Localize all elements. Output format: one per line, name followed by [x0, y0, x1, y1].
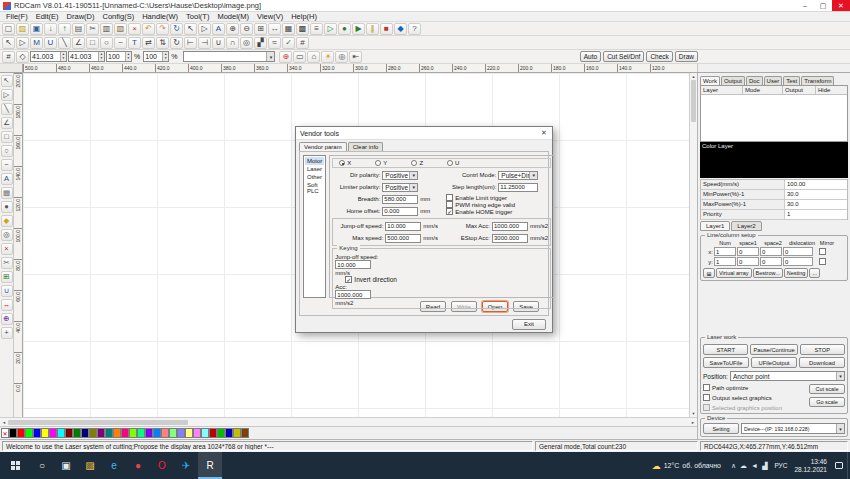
undo-icon[interactable]: ↶	[142, 23, 155, 35]
align-right-icon[interactable]: ⊣	[198, 37, 211, 49]
select-icon[interactable]: ↖	[184, 23, 197, 35]
curve-smooth-icon[interactable]: ≈	[268, 37, 281, 49]
line-tool-icon[interactable]: ╲	[1, 103, 13, 115]
array-button[interactable]: Nesting	[784, 268, 809, 278]
scale-button[interactable]: Go scale	[809, 397, 845, 407]
height-scale-field[interactable]: 100	[143, 51, 169, 62]
weld-icon[interactable]: ∪	[212, 37, 225, 49]
group-icon[interactable]: ▦	[282, 23, 295, 35]
search-icon[interactable]: ○	[30, 452, 54, 479]
polyline2-icon[interactable]: ∠	[72, 37, 85, 49]
weld-tool-icon[interactable]: ∪	[1, 285, 13, 297]
palette-swatch[interactable]	[201, 428, 209, 438]
minimize-button[interactable]: –	[796, 0, 814, 11]
mirror-h-icon[interactable]: ⇄	[142, 37, 155, 49]
notification-center-button[interactable]	[831, 452, 847, 479]
process-button[interactable]: Check	[646, 51, 672, 62]
step-length-field[interactable]: 11.25000	[498, 183, 538, 192]
limiter-polarity-select[interactable]: Positive	[382, 183, 418, 192]
axis-radio[interactable]: Y	[375, 160, 387, 166]
process-button[interactable]: Auto	[580, 51, 601, 62]
telegram-icon[interactable]: ✈	[174, 452, 198, 479]
dialog-close-button[interactable]: ✕	[536, 127, 552, 139]
menu-item[interactable]: Config(S)	[99, 12, 139, 21]
palette-swatch[interactable]	[97, 428, 105, 438]
option-checkbox[interactable]	[446, 194, 453, 201]
preview-icon[interactable]: ●	[338, 23, 351, 35]
palette-swatch[interactable]	[217, 428, 225, 438]
pan-icon[interactable]: ↔	[268, 23, 281, 35]
space1-field[interactable]: 0	[737, 257, 759, 266]
palette-swatch[interactable]	[17, 428, 25, 438]
scale-button[interactable]: Cut scale	[809, 384, 845, 394]
palette-swatch[interactable]	[129, 428, 137, 438]
palette-swatch[interactable]	[65, 428, 73, 438]
palette-swatch[interactable]	[241, 428, 249, 438]
image-tool-icon[interactable]: ▦	[1, 187, 13, 199]
ungroup-icon[interactable]: ▩	[296, 23, 309, 35]
spinner-icon[interactable]	[125, 52, 131, 61]
position-select[interactable]: Anchor point	[730, 371, 845, 381]
light-icon[interactable]: ☀	[321, 51, 334, 63]
clock[interactable]: 13:46 28.12.2021	[790, 458, 831, 474]
start-button[interactable]	[0, 452, 30, 479]
file-explorer-icon[interactable]: ▨	[78, 452, 102, 479]
palette-swatch[interactable]	[209, 428, 217, 438]
rect2-icon[interactable]: □	[86, 37, 99, 49]
breadth-field[interactable]: 580.000	[382, 195, 418, 204]
laser-button[interactable]: STOP	[800, 344, 845, 355]
dislocation-field[interactable]: 0	[783, 257, 813, 266]
weather-widget[interactable]: ☁ 12°C об. облачно	[646, 461, 727, 471]
line2-icon[interactable]: ╲	[58, 37, 71, 49]
num-field[interactable]: 1	[714, 257, 736, 266]
m-tool-icon[interactable]: M	[30, 37, 43, 49]
laser-button[interactable]: Download	[799, 357, 845, 368]
mirror-checkbox[interactable]	[819, 258, 826, 265]
view-grid-icon[interactable]: #	[296, 37, 309, 49]
offset-icon[interactable]: ◎	[240, 37, 253, 49]
refresh-icon[interactable]: ↻	[170, 23, 183, 35]
array-tool-icon[interactable]: ⊞	[1, 271, 13, 283]
rotate-icon[interactable]: ↻	[170, 37, 183, 49]
spinner-icon[interactable]	[60, 52, 66, 61]
palette-swatch[interactable]	[161, 428, 169, 438]
zoom-tool-icon[interactable]: ⊕	[1, 313, 13, 325]
check-closure-icon[interactable]: ✓	[282, 37, 295, 49]
device-setting-button[interactable]: Setting	[703, 423, 739, 434]
zoom-in-icon[interactable]: ⊕	[226, 23, 239, 35]
bezier-tool-icon[interactable]: ~	[1, 159, 13, 171]
node-edit-tool-icon[interactable]: ▷	[1, 89, 13, 101]
category-item[interactable]: Soft PLC	[305, 181, 324, 195]
layer-list[interactable]	[701, 95, 847, 141]
intersect-icon[interactable]: ∩	[226, 37, 239, 49]
rectangle-tool-icon[interactable]: □	[1, 131, 13, 143]
anchor-selector-icon[interactable]: #	[2, 51, 15, 63]
palette-swatch[interactable]	[153, 428, 161, 438]
panel-tab[interactable]: User	[764, 76, 783, 85]
dialog-tab[interactable]: Clear info	[348, 142, 384, 151]
palette-swatch[interactable]	[145, 428, 153, 438]
palette-swatch[interactable]	[89, 428, 97, 438]
process-button[interactable]: Cut Sel/Dnf	[603, 51, 644, 62]
hidden-icons-icon[interactable]: ∧	[731, 462, 736, 470]
device-port-icon[interactable]: ◆	[394, 23, 407, 35]
panel-tab[interactable]: Work	[700, 76, 720, 85]
align-icon[interactable]: ≡	[310, 23, 323, 35]
palette-swatch[interactable]	[177, 428, 185, 438]
spinner-icon[interactable]	[98, 52, 104, 61]
param-value[interactable]: 30.0	[785, 190, 847, 200]
edit-node2-icon[interactable]: ▷	[16, 37, 29, 49]
select-tool-icon[interactable]: ↖	[1, 75, 13, 87]
panel-tab[interactable]: Test	[783, 76, 800, 85]
frame-preview-icon[interactable]: ▭	[293, 51, 306, 63]
array-copy-icon[interactable]: ▞	[254, 37, 267, 49]
param-select[interactable]	[183, 51, 275, 62]
param-value[interactable]: 30.0	[785, 200, 847, 210]
menu-item[interactable]: Tool(T)	[182, 12, 213, 21]
keying-jump-field[interactable]: 10.000	[335, 260, 371, 269]
panel-tab[interactable]: Doc	[746, 76, 763, 85]
category-item[interactable]: Laser	[305, 165, 324, 173]
option-checkbox[interactable]	[703, 404, 710, 411]
laser-position-icon[interactable]: ⊕	[279, 51, 292, 63]
select2-icon[interactable]: ↖	[2, 37, 15, 49]
